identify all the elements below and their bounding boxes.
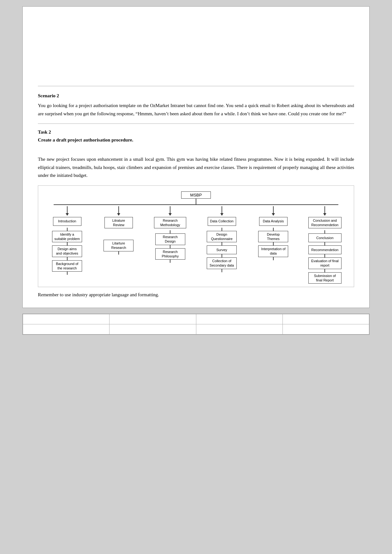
box-introduction: Introduction: [53, 217, 81, 226]
arrow-data-collection: [220, 206, 223, 216]
box-submission: Submission of final Report: [308, 272, 342, 284]
table-row: [23, 324, 369, 334]
box-design-aims: Design aims and objectives: [52, 245, 82, 257]
box-research-design: Research Design: [155, 233, 185, 245]
arrow-introduction: [66, 206, 69, 216]
arrow-literature: [117, 206, 120, 216]
table-cell: [282, 324, 369, 334]
box-background: Background of the research: [52, 260, 82, 272]
sub-data-collection-1: Design Questionnaire Survey Collection o…: [207, 228, 237, 272]
scenario-block: Scenario 2 You go looking for a project …: [38, 93, 354, 124]
bottom-table: [23, 314, 369, 334]
table-row: [23, 314, 369, 324]
remember-text: Remember to use industry appropriate lan…: [38, 292, 354, 298]
msbp-box: MSBP: [181, 191, 211, 199]
box-data-collection: Data Collection: [208, 217, 236, 226]
sub-literature-1: Litarture Research: [104, 230, 134, 255]
arrow-methodology: [169, 206, 172, 216]
box-identify: Identify a suitable problem: [52, 231, 82, 243]
table-cell: [110, 324, 196, 334]
table-cell: [23, 314, 110, 324]
box-design-questionnaire: Design Questionnaire: [207, 231, 237, 243]
top-blank-area: [38, 17, 354, 86]
table-cell: [196, 314, 282, 324]
sub-data-analysis-1: Develop Themes Interpretation of data: [258, 228, 288, 260]
task-block: Task 2 Create a draft project authorisat…: [38, 124, 354, 298]
box-literature: Litrature Review: [104, 217, 133, 229]
col-data-collection: Data Collection Design Questionnaire Sur…: [196, 206, 247, 272]
box-eval-report: Evaluation of final report: [308, 257, 342, 269]
box-lit-research: Litarture Research: [104, 240, 134, 251]
bottom-page: [22, 314, 370, 335]
table-cell: [23, 324, 110, 334]
sub-methodology-1: Research Design Research Philosophy: [155, 230, 185, 263]
box-collection-secondary: Collection of Secondary data: [207, 257, 237, 269]
box-develop-themes: Develop Themes: [258, 231, 288, 243]
table-cell: [196, 324, 282, 334]
columns-row: Introduction Identify a suitable problem…: [41, 206, 351, 284]
box-research-philosophy: Research Philosophy: [155, 248, 185, 260]
sub-introduction-1: Identify a suitable problem Design aims …: [52, 228, 82, 275]
task-subtitle: Create a draft project authorisation pro…: [38, 137, 354, 143]
col-literature: Litrature Review Litarture Research: [93, 206, 144, 255]
col-introduction: Introduction Identify a suitable problem…: [41, 206, 93, 275]
sub-conclusion-1: Conclusion Recommendetion Evaluation of …: [308, 230, 342, 284]
box-methodology: Research Methodology: [154, 217, 186, 229]
main-page: Scenario 2 You go looking for a project …: [22, 6, 370, 308]
horiz-bar: [54, 204, 338, 205]
chart-root: MSBP: [41, 191, 351, 205]
col-data-analysis: Data Analysis Develop Themes Interpretat…: [247, 206, 299, 260]
box-recommendation: Recommendetion: [308, 245, 342, 254]
arrow-data-analysis: [272, 206, 275, 216]
scenario-title: Scenario 2: [38, 93, 354, 99]
box-conclusion: Conclusion: [308, 233, 342, 242]
task-text: The new project focuses upon enhancement…: [38, 155, 354, 180]
col-methodology: Research Methodology Research Design Res…: [145, 206, 196, 263]
arrow-conclusion: [323, 206, 326, 216]
root-connector: [196, 199, 196, 204]
box-survey: Survey: [207, 245, 237, 254]
scenario-text: You go looking for a project authorisati…: [38, 102, 354, 118]
box-interpretation: Interpretation of data: [258, 245, 288, 257]
flowchart: MSBP Introduction Identify a suitable: [38, 185, 354, 287]
table-cell: [110, 314, 196, 324]
task-title: Task 2: [38, 129, 354, 135]
box-conclusion-header: Conclusion and Recommendetion: [308, 217, 342, 229]
col-conclusion: Conclusion and Recommendetion Conclusion…: [299, 206, 351, 284]
box-data-analysis: Data Analysis: [259, 217, 288, 226]
table-cell: [282, 314, 369, 324]
